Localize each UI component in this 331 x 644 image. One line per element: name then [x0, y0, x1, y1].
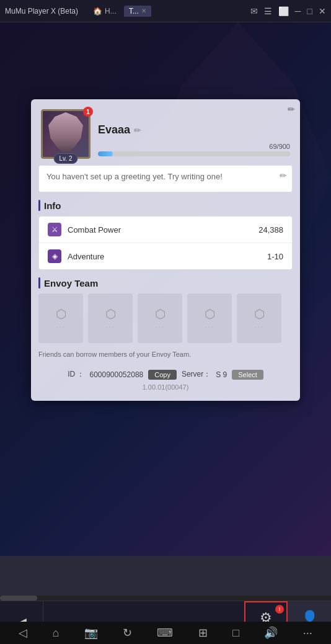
home-tab-icon: 🏠	[93, 7, 102, 16]
screenshot-icon[interactable]: ⬜	[278, 6, 289, 16]
minimize-icon[interactable]: ─	[295, 6, 301, 16]
combat-power-value: 24,388	[258, 225, 283, 235]
server-label: Server：	[182, 369, 211, 380]
envoy-slot-3[interactable]: ⬡ ···	[138, 293, 182, 343]
info-section-title: Info	[44, 200, 61, 211]
envoy-slot-1-icon: ⬡	[56, 306, 66, 321]
envoy-slot-1[interactable]: ⬡ ···	[38, 293, 83, 343]
avatar-notification-badge: 1	[83, 107, 93, 117]
tab-active[interactable]: T... ✕	[124, 6, 151, 17]
envoy-slot-5-dots: ···	[255, 324, 263, 331]
id-row: ID ： 6000900052088 Copy Server： S 9 Sele…	[68, 369, 263, 380]
tab-home[interactable]: 🏠 H...	[88, 6, 121, 17]
adventure-row: ◈ Adventure 1-10	[39, 243, 292, 269]
exp-bar-fill	[98, 151, 113, 156]
select-button[interactable]: Select	[232, 370, 263, 380]
server-value: S 9	[216, 370, 227, 379]
envoy-slot-4-icon: ⬡	[205, 306, 215, 321]
combat-power-label: Combat Power	[68, 225, 252, 235]
panel-footer: ID ： 6000900052088 Copy Server： S 9 Sele…	[38, 369, 293, 391]
info-section-header: Info	[38, 200, 293, 211]
maximize-icon[interactable]: □	[307, 6, 312, 16]
combat-power-icon: ⚔	[48, 223, 61, 236]
sys-window-icon[interactable]: □	[232, 627, 239, 640]
info-section: Info ⚔ Combat Power 24,388 ◈ Adventure 1…	[38, 200, 293, 270]
avatar-frame	[41, 109, 90, 159]
envoy-slot-4[interactable]: ⬡ ···	[187, 293, 232, 343]
greeting-text: You haven't set up a greeting yet. Try w…	[46, 172, 223, 181]
greeting-box: You haven't set up a greeting yet. Try w…	[38, 165, 293, 192]
sys-more-icon[interactable]: ···	[303, 627, 312, 640]
sys-camera-icon[interactable]: 📷	[84, 626, 98, 640]
exp-values: 69/900	[98, 143, 290, 150]
sys-home-icon[interactable]: ⌂	[53, 627, 60, 640]
window-controls: ✉ ☰ ⬜ ─ □ ✕	[250, 6, 326, 16]
username-edit-icon[interactable]: ✏	[134, 125, 141, 135]
envoy-section: Envoy Team ⬡ ··· ⬡ ··· ⬡ ··· ⬡ ··· ⬡ ···	[38, 277, 293, 359]
info-table: ⚔ Combat Power 24,388 ◈ Adventure 1-10	[38, 216, 293, 270]
scrollbar-thumb[interactable]	[0, 596, 37, 601]
envoy-section-header: Envoy Team	[38, 277, 293, 288]
sys-keyboard-icon[interactable]: ⌨	[157, 626, 173, 640]
sys-back-icon[interactable]: ◁	[19, 626, 27, 640]
profile-right: Evaaa ✏ 69/900	[98, 123, 290, 159]
exp-bar-background	[98, 151, 290, 156]
title-bar: MuMu Player X (Beta) 🏠 H... T... ✕ ✉ ☰ ⬜…	[0, 0, 331, 22]
sys-gamepad-icon[interactable]: ⊞	[198, 626, 208, 640]
player-level: Lv. 2	[54, 153, 78, 164]
envoy-slot-3-icon: ⬡	[155, 306, 166, 321]
bottom-scrollbar	[0, 596, 331, 601]
main-panel: 1 Lv. 2 Evaaa ✏ 69/900 ✏ You haven't set…	[31, 99, 300, 401]
envoy-description: Friends can borrow members of your Envoy…	[38, 351, 191, 358]
sys-volume-icon[interactable]: 🔊	[264, 626, 278, 640]
greeting-edit-icon[interactable]: ✏	[280, 171, 287, 181]
envoy-slots: ⬡ ··· ⬡ ··· ⬡ ··· ⬡ ··· ⬡ ···	[38, 293, 293, 343]
combat-power-row: ⚔ Combat Power 24,388	[39, 217, 292, 243]
envoy-slot-2-icon: ⬡	[105, 306, 116, 321]
adventure-icon: ◈	[48, 249, 61, 263]
adventure-value: 1-10	[267, 252, 283, 261]
panel-edit-icon[interactable]: ✏	[288, 104, 295, 114]
exp-bar-container: 69/900	[98, 143, 290, 156]
app-name: MuMu Player X (Beta)	[5, 7, 78, 16]
mail-icon[interactable]: ✉	[250, 6, 258, 16]
username: Evaaa	[98, 123, 130, 136]
sys-rotate-icon[interactable]: ↻	[123, 626, 132, 640]
close-icon[interactable]: ✕	[319, 6, 326, 16]
section-bar	[38, 200, 40, 211]
avatar	[44, 112, 87, 156]
home-tab-label: H...	[105, 7, 117, 16]
envoy-slot-2-dots: ···	[106, 324, 115, 331]
envoy-slot-1-dots: ···	[56, 324, 65, 331]
misc-notification-badge: !	[275, 605, 284, 614]
menu-icon[interactable]: ☰	[264, 6, 272, 16]
id-value: 6000900052088	[89, 370, 143, 379]
active-tab-label: T...	[129, 7, 139, 16]
adventure-label: Adventure	[68, 252, 261, 261]
version-text: 1.00.01(00047)	[143, 383, 189, 391]
envoy-slot-5[interactable]: ⬡ ···	[237, 293, 281, 343]
exp-display: 69/900	[269, 143, 290, 150]
envoy-slot-2[interactable]: ⬡ ···	[88, 293, 133, 343]
id-label: ID ：	[68, 369, 84, 380]
tab-bar: 🏠 H... T... ✕	[88, 6, 151, 17]
envoy-slot-4-dots: ···	[205, 324, 214, 331]
copy-button[interactable]: Copy	[148, 370, 177, 380]
username-row: Evaaa ✏	[98, 123, 290, 136]
system-tray: ◁ ⌂ 📷 ↻ ⌨ ⊞ □ 🔊 ···	[0, 622, 331, 644]
envoy-section-title: Envoy Team	[44, 278, 98, 288]
tab-close-icon[interactable]: ✕	[141, 7, 146, 14]
profile-section: 1 Lv. 2 Evaaa ✏ 69/900 ✏	[31, 99, 300, 165]
envoy-slot-5-icon: ⬡	[254, 306, 265, 321]
avatar-container: 1 Lv. 2	[41, 109, 90, 159]
envoy-slot-3-dots: ···	[156, 324, 164, 331]
envoy-section-bar	[38, 277, 40, 288]
